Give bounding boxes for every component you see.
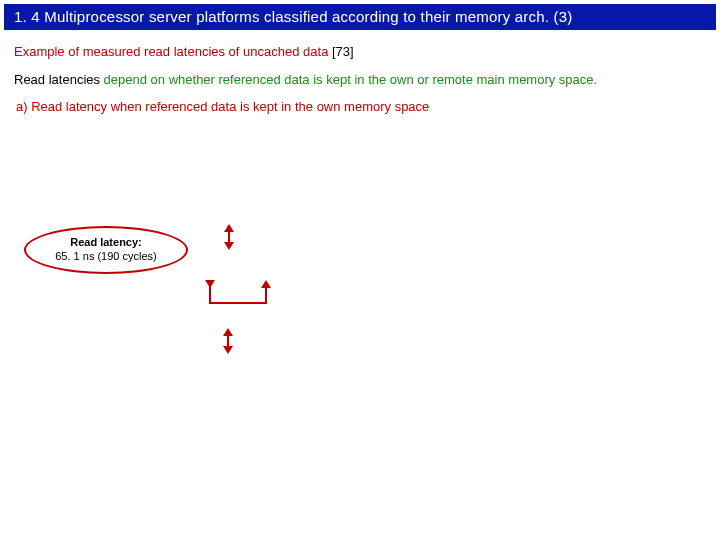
latency-arrow-mem — [223, 328, 233, 354]
latency-callout: Read latency: 65. 1 ns (190 cycles) — [24, 226, 188, 274]
latency-arrow-core — [224, 224, 234, 250]
latency-callout-value: 65. 1 ns (190 cycles) — [26, 250, 186, 264]
case-a-heading: a) Read latency when referenced data is … — [16, 99, 720, 114]
slide-title-text: 1. 4 Multiprocessor server platforms cla… — [14, 8, 572, 25]
example-heading-ref: [73] — [332, 44, 354, 59]
depends-line: Read latencies depend on whether referen… — [14, 71, 706, 89]
example-heading-text: Example of measured read latencies of un… — [14, 44, 328, 59]
depends-line-lead: Read latencies — [14, 72, 100, 87]
slide-title-bar: 1. 4 Multiprocessor server platforms cla… — [4, 4, 716, 30]
hop-arrow — [208, 280, 274, 310]
slide: 1. 4 Multiprocessor server platforms cla… — [0, 4, 720, 540]
example-heading: Example of measured read latencies of un… — [14, 44, 720, 59]
depends-line-rest: depend on whether referenced data is kep… — [100, 72, 597, 87]
case-a-heading-text: a) Read latency when referenced data is … — [16, 99, 429, 114]
latency-callout-label: Read latency: — [26, 236, 186, 250]
diagram-area: Read latency: 65. 1 ns (190 cycles) — [10, 184, 710, 504]
